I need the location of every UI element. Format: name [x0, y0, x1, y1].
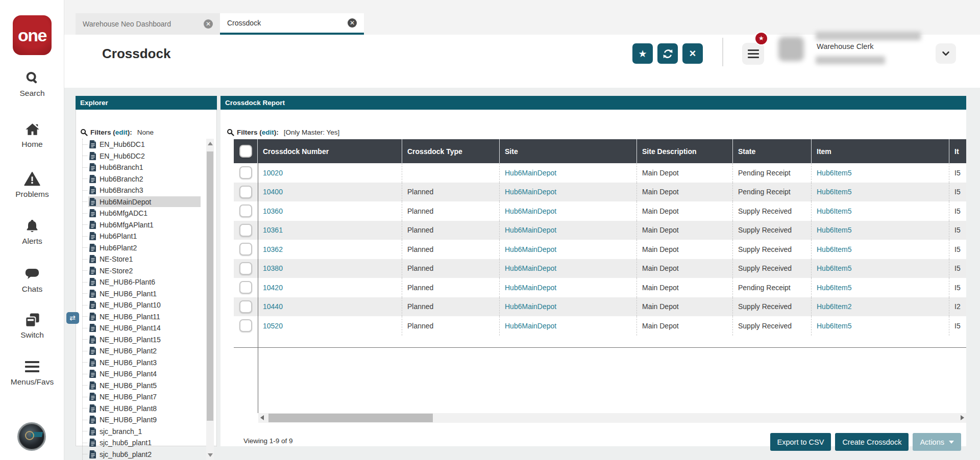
scrollbar-thumb[interactable] [268, 414, 433, 422]
filters-edit-link[interactable]: edit [115, 129, 128, 136]
one-logo[interactable]: one [13, 15, 52, 55]
item-link[interactable]: Hub6Item5 [817, 264, 851, 272]
sidebar-item-alerts[interactable]: Alerts [0, 217, 64, 246]
column-header[interactable]: Crossdock Number [258, 139, 402, 163]
close-icon[interactable]: ✕ [348, 18, 357, 28]
tree-item[interactable]: Hub6Branch3 [83, 185, 201, 196]
item-link[interactable]: Hub6Item5 [817, 207, 851, 215]
tree-item[interactable]: NE_HUB6_Plant14 [83, 322, 201, 334]
tree-item[interactable]: Hub6Branch1 [83, 162, 201, 173]
row-checkbox[interactable] [239, 224, 252, 237]
row-checkbox[interactable] [239, 319, 252, 332]
site-link[interactable]: Hub6MainDepot [505, 264, 556, 272]
tree-item[interactable]: NE_HUB6_Plant10 [83, 299, 201, 311]
tree-item[interactable]: Hub6MfgADC1 [83, 208, 201, 219]
column-header[interactable]: Crossdock Type [402, 139, 500, 163]
site-link[interactable]: Hub6MainDepot [505, 169, 556, 177]
site-link[interactable]: Hub6MainDepot [505, 207, 556, 215]
favorites-menu-button[interactable] [742, 43, 764, 65]
item-link[interactable]: Hub6Item2 [817, 302, 851, 311]
tree-item[interactable]: NE-Store1 [83, 253, 201, 265]
horizontal-scrollbar[interactable] [258, 413, 966, 423]
scrollbar-thumb[interactable] [207, 151, 213, 421]
tab-warehouse-neo-dashboard[interactable]: Warehouse Neo Dashboard ✕ [76, 13, 220, 35]
user-menu-button[interactable] [936, 43, 956, 64]
tree-item[interactable]: NE_HUB6_Plant7 [83, 391, 201, 403]
item-link[interactable]: Hub6Item5 [817, 245, 851, 253]
row-checkbox[interactable] [239, 166, 252, 179]
scroll-down-icon[interactable] [208, 453, 213, 457]
site-link[interactable]: Hub6MainDepot [505, 284, 556, 292]
tab-crossdock[interactable]: Crossdock ✕ [220, 13, 364, 35]
tree-item[interactable]: sjc_branch_1 [83, 426, 201, 438]
actions-dropdown-button[interactable]: Actions [913, 433, 961, 451]
tree-item[interactable]: EN_Hub6DC2 [83, 150, 201, 162]
tree-item[interactable]: NE_HUB6_Plant5 [83, 380, 201, 392]
column-header[interactable]: Site Description [637, 139, 733, 163]
tree-item[interactable]: NE_HUB6_Plant3 [83, 357, 201, 369]
tree-item[interactable]: NE_HUB6_Plant9 [83, 414, 201, 426]
row-checkbox[interactable] [239, 205, 252, 217]
column-header[interactable]: State [733, 139, 812, 163]
column-header[interactable]: Item [812, 139, 949, 163]
export-to-csv-button[interactable]: Export to CSV [770, 433, 831, 451]
tree-item[interactable]: NE_HUB6_Plant11 [83, 311, 201, 323]
crossdock-number-link[interactable]: 10420 [263, 284, 283, 292]
crossdock-number-link[interactable]: 10362 [263, 245, 283, 253]
tree-item[interactable]: Hub6Plant2 [83, 242, 201, 254]
scroll-up-icon[interactable] [208, 142, 213, 145]
column-header[interactable]: It [949, 139, 966, 163]
item-link[interactable]: Hub6Item5 [817, 169, 851, 177]
tree-item[interactable]: NE_HUB6_Plant2 [83, 345, 201, 357]
row-checkbox[interactable] [239, 243, 252, 255]
close-page-button[interactable]: × [682, 43, 703, 64]
refresh-button[interactable] [657, 43, 678, 64]
sidebar-item-switch[interactable]: ⇄ Switch [0, 311, 64, 340]
tree-item[interactable]: EN_Hub6DC1 [83, 139, 201, 150]
tree-item[interactable]: Hub6MainDepot [83, 196, 201, 208]
item-link[interactable]: Hub6Item5 [817, 188, 851, 196]
crossdock-number-link[interactable]: 10400 [263, 188, 283, 196]
close-icon[interactable]: ✕ [204, 19, 213, 29]
favorite-star-button[interactable]: ★ [632, 43, 653, 64]
crossdock-number-link[interactable]: 10380 [263, 264, 283, 272]
tree-item[interactable]: Hub6Plant1 [83, 231, 201, 242]
item-link[interactable]: Hub6Item5 [817, 322, 851, 330]
tree-item[interactable]: NE_HUB6-Plant6 [83, 276, 201, 288]
row-checkbox[interactable] [239, 262, 252, 275]
filters-edit-link[interactable]: edit [262, 129, 274, 136]
site-link[interactable]: Hub6MainDepot [505, 245, 556, 253]
crossdock-number-link[interactable]: 10520 [263, 322, 283, 330]
assistant-avatar[interactable] [17, 422, 46, 451]
row-checkbox[interactable] [239, 300, 252, 313]
crossdock-number-link[interactable]: 10361 [263, 226, 283, 234]
site-link[interactable]: Hub6MainDepot [505, 226, 556, 234]
create-crossdock-button[interactable]: Create Crossdock [835, 433, 909, 451]
crossdock-number-link[interactable]: 10440 [263, 302, 283, 311]
tree-item[interactable]: NE_HUB6_Plant4 [83, 368, 201, 380]
row-checkbox[interactable] [239, 186, 252, 198]
select-all-checkbox[interactable] [239, 145, 252, 158]
tree-item[interactable]: NE_HUB6_Plant15 [83, 334, 201, 346]
tree-item[interactable]: sjc_hub6_plant2 [83, 449, 201, 460]
site-link[interactable]: Hub6MainDepot [505, 322, 556, 330]
crossdock-number-link[interactable]: 10360 [263, 207, 283, 215]
scroll-left-icon[interactable] [260, 415, 264, 420]
row-checkbox[interactable] [239, 281, 252, 294]
tree-item[interactable]: NE_HUB6_Plant8 [83, 403, 201, 415]
sidebar-item-menus-favs[interactable]: Menus/Favs [0, 358, 64, 387]
explorer-scrollbar[interactable] [206, 139, 214, 460]
tree-item[interactable]: sjc_hub6_plant1 [83, 437, 201, 449]
sidebar-item-search[interactable]: Search [0, 69, 64, 98]
item-link[interactable]: Hub6Item5 [817, 226, 851, 234]
crossdock-number-link[interactable]: 10020 [263, 169, 283, 177]
sidebar-item-chats[interactable]: Chats [0, 265, 64, 294]
site-link[interactable]: Hub6MainDepot [505, 188, 556, 196]
sidebar-item-problems[interactable]: Problems [0, 170, 64, 199]
item-link[interactable]: Hub6Item5 [817, 284, 851, 292]
site-link[interactable]: Hub6MainDepot [505, 302, 556, 311]
tree-item[interactable]: Hub6MfgAPlant1 [83, 219, 201, 231]
scroll-right-icon[interactable] [961, 415, 964, 420]
column-header[interactable]: Site [500, 139, 637, 163]
sidebar-item-home[interactable]: Home [0, 120, 64, 149]
